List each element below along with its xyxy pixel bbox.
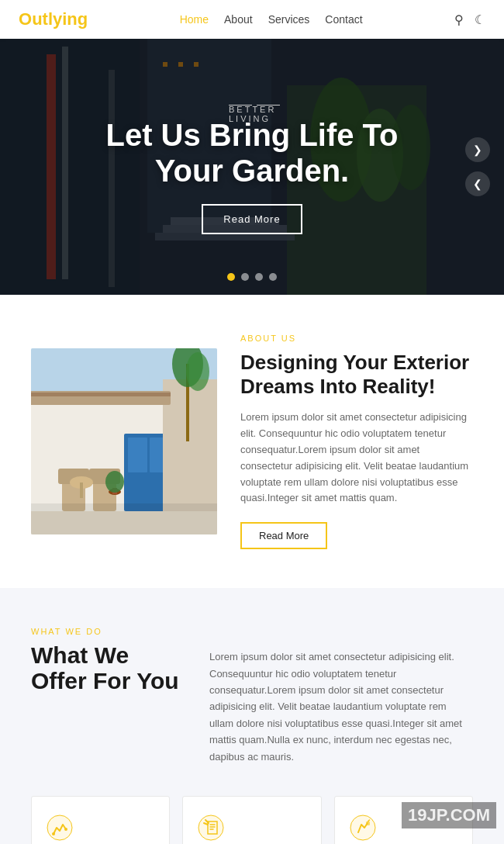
card-precise-planning: Precise Planning Lorem ipsum dolor sit a… <box>31 796 170 844</box>
services-title: What We Offer For You <box>31 642 186 694</box>
services-section: WHAT WE DO What We Offer For You Lorem i… <box>0 588 504 844</box>
about-content: ABOUT US Designing Your Exterior Dreams … <box>240 334 473 549</box>
dot-4[interactable] <box>269 273 277 281</box>
services-cards-grid: Precise Planning Lorem ipsum dolor sit a… <box>31 796 473 844</box>
about-label: ABOUT US <box>240 334 473 343</box>
svg-rect-46 <box>366 822 370 825</box>
search-icon[interactable]: ⚲ <box>454 12 464 27</box>
about-body: Lorem ipsum dolor sit amet consectetur a… <box>240 410 473 507</box>
svg-rect-32 <box>80 483 83 498</box>
svg-point-42 <box>52 832 55 835</box>
idea-implement-icon <box>197 814 306 844</box>
svg-point-41 <box>47 815 72 840</box>
svg-point-43 <box>64 828 67 831</box>
hero-dots <box>227 273 277 281</box>
hero-read-more-button[interactable]: Read More <box>202 204 302 234</box>
svg-rect-39 <box>31 511 217 534</box>
svg-point-38 <box>186 352 209 391</box>
card-idea-implement: Idea Implement Lorem ipsum dolor sit ame… <box>182 796 321 844</box>
hero-content: BETTER LIVING Let Us Bring Life To Your … <box>105 100 398 234</box>
hero-subtitle: BETTER LIVING <box>105 100 398 109</box>
svg-point-45 <box>350 815 375 840</box>
svg-rect-40 <box>31 503 217 511</box>
hero-section: BETTER LIVING Let Us Bring Life To Your … <box>0 39 504 295</box>
svg-point-35 <box>105 471 124 493</box>
nav-about[interactable]: About <box>224 13 253 26</box>
nav-contact[interactable]: Contact <box>325 13 362 26</box>
about-read-more-button[interactable]: Read More <box>240 522 327 549</box>
hero-next-arrow[interactable]: ❯ <box>465 137 490 162</box>
logo[interactable]: Outlying <box>19 9 88 29</box>
services-header: WHAT WE DO What We Offer For You Lorem i… <box>31 627 473 765</box>
dark-mode-icon[interactable]: ☾ <box>475 12 485 27</box>
hero-arrows: ❯ ❮ <box>465 137 490 196</box>
svg-rect-26 <box>31 393 171 396</box>
project-design-icon <box>349 814 458 844</box>
services-label: WHAT WE DO <box>31 627 186 636</box>
services-left: WHAT WE DO What We Offer For You <box>31 627 186 694</box>
dot-2[interactable] <box>241 273 249 281</box>
nav-home[interactable]: Home <box>180 13 209 26</box>
svg-point-44 <box>198 815 223 840</box>
dot-1[interactable] <box>227 273 235 281</box>
card-project-design: Project Design Lorem ipsum dolor sit ame… <box>334 796 473 844</box>
svg-rect-21 <box>128 438 147 472</box>
about-image <box>31 348 217 534</box>
services-description: Lorem ipsum dolor sit amet consectetur a… <box>209 627 473 765</box>
about-title: Designing Your Exterior Dreams Into Real… <box>240 351 473 399</box>
about-section: ABOUT US Designing Your Exterior Dreams … <box>0 295 504 588</box>
nav-icons: ⚲ ☾ <box>454 12 485 27</box>
nav-links: Home About Services Contact <box>180 13 363 26</box>
dot-3[interactable] <box>255 273 263 281</box>
hero-title: Let Us Bring Life To Your Garden. <box>105 117 398 189</box>
precise-planning-icon <box>46 814 155 844</box>
hero-prev-arrow[interactable]: ❮ <box>465 171 490 196</box>
nav-services[interactable]: Services <box>268 13 310 26</box>
navbar: Outlying Home About Services Contact ⚲ ☾ <box>0 0 504 39</box>
logo-accent: O <box>19 9 32 29</box>
